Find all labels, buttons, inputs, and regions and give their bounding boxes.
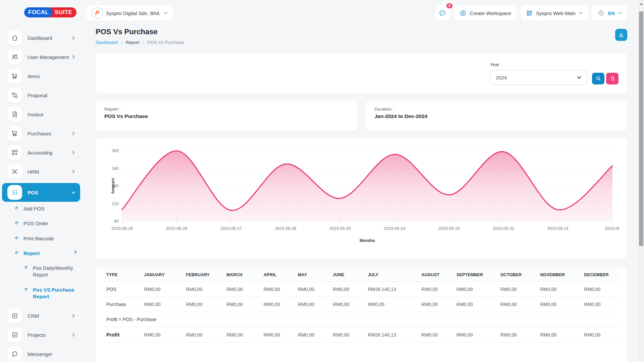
sidebar-item-dashboard[interactable]: Dashboard bbox=[2, 30, 80, 46]
sidebar-item-label: Print Barcode bbox=[23, 235, 54, 242]
chevron-right-icon bbox=[73, 250, 77, 254]
language-label: EN bbox=[608, 10, 615, 16]
reset-filter-button[interactable] bbox=[606, 73, 619, 84]
year-select[interactable]: 2024 bbox=[490, 70, 587, 85]
language-selector[interactable]: EN bbox=[592, 5, 627, 21]
scrollbar-thumb[interactable] bbox=[639, 11, 643, 246]
sidebar-item-purchases[interactable]: Purchases bbox=[2, 126, 80, 141]
app-menu-label: Syspro Web Main bbox=[536, 10, 576, 16]
report-table-card: TYPEJANUARYFEBRUARYMARCHAPRILMAYJUNEJULY… bbox=[96, 267, 627, 362]
sidebar-item-proposal[interactable]: Proposal bbox=[2, 87, 80, 103]
column-header-february: FEBRUARY bbox=[183, 267, 224, 282]
sidebar-item-pos-order[interactable]: POS Order bbox=[15, 220, 77, 227]
globe-icon bbox=[597, 9, 605, 17]
svg-text:2023-05-29: 2023-05-29 bbox=[111, 226, 133, 231]
page-header: POS Vs Purchase Dashboard › Report › POS… bbox=[96, 27, 627, 45]
column-header-october: OCTOBER bbox=[498, 267, 538, 282]
sidebar-item-label: Pos VS Purchase Report bbox=[33, 287, 77, 300]
svg-text:Months: Months bbox=[360, 238, 375, 243]
breadcrumb-report[interactable]: Report bbox=[126, 40, 140, 45]
table-note-row: Profit = POS - Purchase bbox=[104, 312, 619, 327]
svg-text:2023-05-28: 2023-05-28 bbox=[166, 226, 187, 231]
svg-text:2023-05-26: 2023-05-26 bbox=[275, 226, 296, 231]
sidebar-item-pos-daily-monthly-report[interactable]: Pos Daily/Monthly Report bbox=[25, 265, 77, 279]
table-cell: RM0,00 bbox=[537, 327, 581, 343]
svg-text:240: 240 bbox=[112, 166, 119, 171]
download-report-button[interactable] bbox=[615, 29, 627, 41]
breadcrumb-current: POS Vs Purchase bbox=[148, 40, 184, 45]
create-workspace-label: Create Workspace bbox=[470, 10, 511, 16]
brand-logo: FOCAL SUITE bbox=[24, 7, 82, 17]
scrollbar-up-arrow-icon[interactable] bbox=[640, 3, 643, 5]
swap-squares-icon bbox=[7, 88, 22, 103]
brand-logo-left: FOCAL bbox=[24, 7, 53, 17]
chevron-right-icon bbox=[71, 131, 75, 135]
crm-icon bbox=[7, 308, 22, 323]
sidebar-item-label: Pos Daily/Monthly Report bbox=[33, 265, 77, 279]
table-cell: RM0,00 bbox=[295, 327, 330, 343]
table-cell: RM0,00 bbox=[330, 282, 365, 297]
app-root: FOCAL SUITE DashboardUser ManagementItem… bbox=[0, 0, 644, 362]
invoice-icon bbox=[7, 107, 22, 122]
area-chart: 300240180120602023-05-292023-05-282023-0… bbox=[104, 146, 619, 248]
table-cell: RM0,00 bbox=[581, 282, 619, 297]
sidebar-item-messenger[interactable]: Messenger bbox=[2, 346, 80, 362]
clear-file-icon bbox=[610, 76, 615, 81]
sidebar-item-label: Items bbox=[28, 73, 75, 79]
grid-plus-icon bbox=[7, 145, 22, 160]
breadcrumb-dashboard[interactable]: Dashboard bbox=[96, 40, 118, 45]
svg-text:120: 120 bbox=[112, 201, 119, 206]
filter-card: Year 2024 bbox=[96, 54, 627, 93]
sidebar-item-print-barcode[interactable]: Print Barcode bbox=[15, 235, 77, 242]
table-cell: RM0,00 bbox=[295, 297, 330, 312]
table-cell: RM0,00 bbox=[365, 297, 419, 312]
sidebar-item-report[interactable]: Report bbox=[15, 250, 77, 257]
sidebar-item-user-management[interactable]: User Management bbox=[2, 49, 80, 65]
breadcrumb: Dashboard › Report › POS Vs Purchase bbox=[96, 40, 184, 45]
sidebar-item-accounting[interactable]: Accounting bbox=[2, 145, 80, 160]
sidebar-item-add-pos[interactable]: Add POS bbox=[15, 205, 77, 212]
sidebar-item-items[interactable]: Items bbox=[2, 68, 80, 84]
sidebar-item-invoice[interactable]: Invoice bbox=[2, 107, 80, 122]
grid-plus-icon bbox=[526, 10, 533, 17]
download-icon bbox=[618, 32, 624, 38]
chat-badge: 0 bbox=[446, 3, 452, 8]
table-cell: RM0,00 bbox=[224, 327, 261, 343]
sidebar-item-label: POS bbox=[28, 190, 71, 195]
sidebar-item-projects[interactable]: Projects bbox=[2, 327, 80, 343]
column-header-june: JUNE bbox=[330, 267, 365, 282]
table-row-profit: ProfitRM0,00RM0,00RM0,00RM0,00RM0,00RM0,… bbox=[104, 327, 619, 343]
workspace-logo-icon: P bbox=[92, 7, 103, 19]
sidebar-item-label: Report bbox=[23, 250, 40, 257]
table-cell: RM0,00 bbox=[142, 297, 183, 312]
sidebar-item-hrm[interactable]: HRM bbox=[2, 164, 80, 179]
chevron-down-icon bbox=[618, 11, 622, 15]
home-icon bbox=[7, 31, 22, 45]
table-cell: RM26.140,13 bbox=[365, 282, 419, 297]
page-scrollbar[interactable] bbox=[638, 0, 644, 362]
page-title: POS Vs Purchase bbox=[96, 27, 184, 36]
workspace-selector[interactable]: P Syspro Digital Sdn. Bhd. bbox=[86, 5, 173, 21]
duration-value: Jan-2024 to Dec-2024 bbox=[375, 113, 619, 119]
sidebar-item-label: HRM bbox=[28, 169, 71, 175]
table-row-purchase: PurchaseRM0,00RM0,00RM0,00RM0,00RM0,00RM… bbox=[104, 297, 619, 312]
table-cell: RM0,00 bbox=[498, 327, 538, 343]
search-icon bbox=[596, 76, 601, 81]
create-workspace-button[interactable]: Create Workspace bbox=[454, 5, 517, 21]
table-cell: RM26.140,13 bbox=[365, 327, 419, 343]
sidebar-item-crm[interactable]: CRM bbox=[2, 308, 80, 323]
table-cell: RM0,00 bbox=[142, 327, 183, 343]
year-label: Year bbox=[490, 62, 587, 67]
app-menu-button[interactable]: Syspro Web Main bbox=[521, 5, 588, 21]
table-cell: RM0,00 bbox=[419, 297, 453, 312]
table-cell: RM0,00 bbox=[224, 297, 261, 312]
sidebar-item-label: CRM bbox=[28, 313, 71, 319]
sidebar-item-pos[interactable]: POS bbox=[2, 183, 80, 202]
chat-button[interactable]: 0 bbox=[435, 5, 450, 21]
svg-text:2023-05-22: 2023-05-22 bbox=[493, 226, 514, 231]
chevron-right-icon bbox=[71, 333, 75, 337]
sidebar-item-pos-vs-purchase-report[interactable]: Pos VS Purchase Report bbox=[25, 287, 77, 300]
table-cell: RM0,00 bbox=[261, 282, 295, 297]
column-header-january: JANUARY bbox=[142, 267, 183, 282]
search-button[interactable] bbox=[592, 73, 604, 84]
